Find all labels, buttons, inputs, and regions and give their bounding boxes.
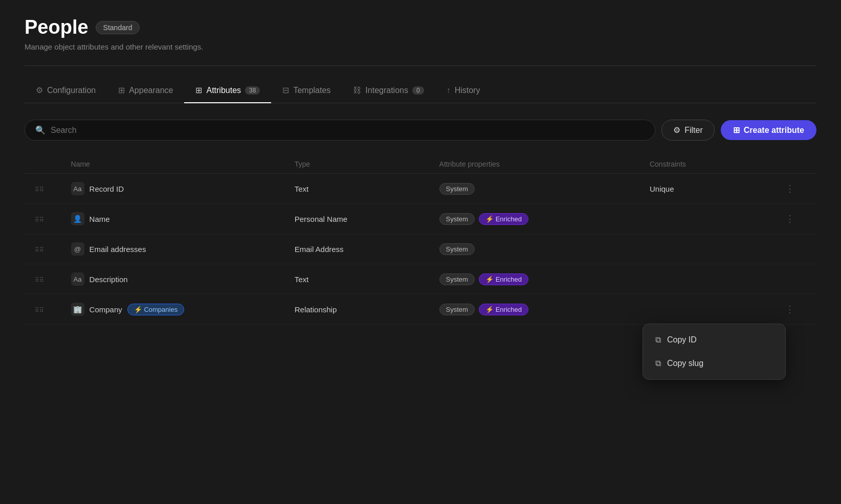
context-menu-copy-slug-label: Copy slug <box>667 359 703 368</box>
name-icon: 👤 <box>71 212 84 225</box>
name-cell: @ Email addresses <box>71 242 278 256</box>
row-name-company: Company <box>90 305 122 314</box>
col-header-attr: Attribute properties <box>431 155 641 174</box>
badge-system-company: System <box>439 304 475 315</box>
row-name-email: Email addresses <box>90 245 146 254</box>
record-id-icon: Aa <box>71 182 84 195</box>
tab-configuration-label: Configuration <box>47 86 96 95</box>
row-type-description: Text <box>286 264 431 294</box>
context-menu-copy-slug[interactable]: ⧉ Copy slug <box>647 352 781 375</box>
name-cell: Aa Record ID <box>71 182 278 195</box>
context-menu-copy-id[interactable]: ⧉ Copy ID <box>647 328 781 352</box>
row-menu-record-id[interactable]: ⋮ <box>781 184 799 194</box>
context-menu: ⧉ Copy ID ⧉ Copy slug <box>643 324 786 380</box>
badge-system-description: System <box>439 273 475 285</box>
attributes-table: Name Type Attribute properties Constrain… <box>25 155 816 325</box>
drag-handle[interactable]: ⠿⠿ <box>33 216 46 223</box>
row-type-name: Personal Name <box>286 204 431 234</box>
table-row: ⠿⠿ Aa Record ID Text System Unique ⋮ <box>25 174 816 204</box>
drag-handle[interactable]: ⠿⠿ <box>33 277 46 284</box>
copy-id-icon: ⧉ <box>655 335 661 345</box>
tab-integrations-label: Integrations <box>365 86 408 95</box>
tab-appearance[interactable]: ⊞ Appearance <box>107 78 184 103</box>
row-name-description: Description <box>90 275 128 284</box>
tab-templates[interactable]: ⊟ Templates <box>271 78 342 103</box>
table-row: ⠿⠿ 🏢 Company ⚡ Companies Relationship Sy… <box>25 294 816 325</box>
constraint-description <box>641 264 773 294</box>
context-menu-copy-id-label: Copy ID <box>667 335 697 345</box>
row-type-email: Email Address <box>286 234 431 264</box>
appearance-icon: ⊞ <box>118 85 125 95</box>
tab-templates-label: Templates <box>293 86 330 95</box>
table-row: ⠿⠿ @ Email addresses Email Address Syste… <box>25 234 816 264</box>
tab-integrations[interactable]: ⛓ Integrations 0 <box>342 78 435 103</box>
name-cell: 👤 Name <box>71 212 278 225</box>
badge-system-record-id: System <box>439 183 475 195</box>
create-label: Create attribute <box>744 126 804 135</box>
filter-label: Filter <box>684 126 703 135</box>
row-name-name: Name <box>90 215 110 223</box>
history-icon: ↑ <box>447 86 451 95</box>
attributes-badge: 38 <box>245 86 260 95</box>
tab-attributes[interactable]: ⊞ Attributes 38 <box>184 78 271 103</box>
create-icon: ⊞ <box>733 125 740 135</box>
standard-badge: Standard <box>96 21 140 34</box>
attributes-icon: ⊞ <box>195 85 202 95</box>
templates-icon: ⊟ <box>282 85 289 95</box>
drag-handle[interactable]: ⠿⠿ <box>33 307 46 314</box>
row-menu-name[interactable]: ⋮ <box>781 214 799 224</box>
row-type-company: Relationship <box>286 294 431 325</box>
tab-history-label: History <box>455 86 480 95</box>
page-title: People <box>25 16 88 38</box>
badge-enriched-name: ⚡ Enriched <box>479 213 528 225</box>
badge-system-email: System <box>439 243 475 255</box>
filter-button[interactable]: ⚙ Filter <box>661 120 715 141</box>
search-box[interactable]: 🔍 <box>25 120 655 141</box>
table-row: ⠿⠿ 👤 Name Personal Name System ⚡ Enriche… <box>25 204 816 234</box>
drag-handle[interactable]: ⠿⠿ <box>33 246 46 254</box>
constraint-company <box>641 294 773 325</box>
row-menu-company[interactable]: ⋮ <box>781 304 799 314</box>
badge-companies: ⚡ Companies <box>127 304 184 315</box>
configuration-icon: ⚙ <box>36 85 43 95</box>
page-subtitle: Manage object attributes and other relev… <box>25 42 816 51</box>
search-icon: 🔍 <box>35 125 46 135</box>
tab-attributes-label: Attributes <box>206 86 241 95</box>
drag-handle[interactable]: ⠿⠿ <box>33 186 46 193</box>
constraint-record-id: Unique <box>641 174 773 204</box>
tab-configuration[interactable]: ⚙ Configuration <box>25 78 107 103</box>
row-type-record-id: Text <box>286 174 431 204</box>
badge-enriched-description: ⚡ Enriched <box>479 273 528 285</box>
tabs-nav: ⚙ Configuration ⊞ Appearance ⊞ Attribute… <box>25 78 816 103</box>
tab-appearance-label: Appearance <box>129 86 173 95</box>
table-row: ⠿⠿ Aa Description Text System ⚡ Enriched <box>25 264 816 294</box>
description-icon: Aa <box>71 272 84 286</box>
constraint-name <box>641 204 773 234</box>
col-header-type: Type <box>286 155 431 174</box>
filter-icon: ⚙ <box>673 125 680 135</box>
badge-system-name: System <box>439 213 475 225</box>
name-cell: Aa Description <box>71 272 278 286</box>
name-cell: 🏢 Company ⚡ Companies <box>71 303 278 316</box>
constraint-email <box>641 234 773 264</box>
copy-slug-icon: ⧉ <box>655 359 661 368</box>
col-header-name: Name <box>63 155 286 174</box>
create-attribute-button[interactable]: ⊞ Create attribute <box>721 120 816 140</box>
badge-enriched-company: ⚡ Enriched <box>479 304 528 315</box>
row-name-record-id: Record ID <box>90 185 124 193</box>
tab-history[interactable]: ↑ History <box>435 78 492 103</box>
toolbar: 🔍 ⚙ Filter ⊞ Create attribute <box>25 120 816 141</box>
col-header-constraints: Constraints <box>641 155 773 174</box>
header-divider <box>25 65 816 66</box>
integrations-badge: 0 <box>412 86 424 95</box>
company-icon: 🏢 <box>71 303 84 316</box>
table-container: Name Type Attribute properties Constrain… <box>25 155 816 325</box>
search-input[interactable] <box>51 126 645 135</box>
integrations-icon: ⛓ <box>353 86 361 95</box>
email-icon: @ <box>71 242 84 256</box>
